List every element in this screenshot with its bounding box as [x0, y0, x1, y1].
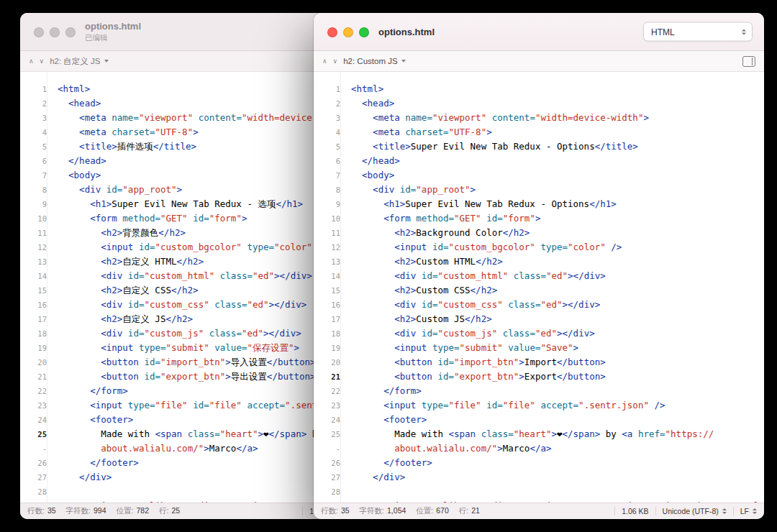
line-count: 行数:35 [321, 506, 350, 516]
char-count: 字符数:994 [66, 506, 106, 516]
code-text: <button id="export_btn">导出设置</button> [53, 370, 316, 384]
code-line[interactable]: 2 <head> [314, 96, 764, 111]
divider [655, 507, 656, 515]
next-symbol-button[interactable]: ∨ [333, 58, 338, 65]
code-line[interactable]: 26 </footer> [314, 456, 764, 470]
code-line[interactable]: 5 <title>Super Evil New Tab Redux - Opti… [314, 139, 764, 154]
line-number: 14 [20, 269, 53, 283]
code-line[interactable]: 19 <input type="submit" value="Save"> [314, 341, 764, 355]
line-number: 11 [314, 226, 346, 240]
code-line[interactable]: 4 <meta charset="UTF-8"> [314, 125, 764, 139]
file-size: 1.06 KB [622, 507, 648, 515]
code-line[interactable]: 8 <div id="app_root"> [314, 183, 764, 197]
stat-label: 行数: [321, 506, 338, 516]
line-number: 13 [20, 254, 53, 269]
code-text: <head> [346, 96, 394, 111]
code-line[interactable]: 27 </div> [314, 470, 764, 485]
code-line[interactable]: 18 <div id="custom_js" class="ed"></div> [314, 326, 764, 341]
line-number: 19 [20, 341, 53, 355]
code-line[interactable]: 13 <h2>Custom HTML</h2> [314, 254, 764, 269]
code-editor[interactable]: 1<html>2 <head>3 <meta name="viewport" c… [314, 72, 764, 503]
divider [733, 507, 734, 515]
code-text: <body> [346, 168, 394, 183]
status-counters: 行数:35 字符数:994 位置:782 行:25 [27, 506, 180, 516]
zoom-button[interactable] [359, 27, 369, 37]
outline-menu[interactable]: h2: 自定义 JS [50, 56, 108, 67]
line-ending-select[interactable]: LF [740, 507, 757, 515]
code-line[interactable]: 14 <div id="custom_html" class="ed"></di… [314, 269, 764, 283]
titlebar[interactable]: options.html HTML [314, 13, 764, 51]
code-line[interactable]: 21 <button id="export_btn">Export</butto… [314, 370, 764, 384]
split-editor-icon[interactable] [742, 56, 755, 67]
code-text: <button id="import_btn">导入设置</button> [53, 355, 316, 370]
code-line[interactable]: 9 <h1>Super Evil New Tab Redux - Options… [314, 197, 764, 211]
code-text: <div id="app_root"> [346, 183, 476, 197]
code-text: <div id="custom_js" class="ed"></div> [53, 326, 301, 341]
code-line[interactable]: 29 <script src="lib/ace-editor/ace.js" t… [314, 499, 764, 503]
code-line[interactable]: 17 <h2>Custom JS</h2> [314, 312, 764, 326]
zoom-button[interactable] [65, 27, 76, 37]
code-line[interactable]: 25 Made with <span class="heart">❤</span… [314, 427, 764, 441]
code-line[interactable]: 7 <body> [314, 168, 764, 183]
code-line[interactable]: - about.walialu.com/">Marco</a> [314, 441, 764, 456]
line-number: 4 [314, 125, 346, 139]
encoding-select[interactable]: Unicode (UTF-8) [663, 507, 727, 515]
outline-label: h2: 自定义 JS [50, 56, 100, 67]
code-text: <h2>Custom CSS</h2> [346, 283, 497, 298]
code-line[interactable]: 16 <div id="custom_css" class="ed"></div… [314, 298, 764, 312]
stat-label: 位置: [416, 506, 433, 516]
line-number: 18 [20, 326, 53, 341]
minimize-button[interactable] [343, 27, 353, 37]
line-number: - [20, 441, 53, 456]
line-number: 6 [314, 154, 346, 168]
line-number: 24 [20, 413, 53, 427]
code-line[interactable]: 24 <footer> [314, 413, 764, 427]
previous-symbol-button[interactable]: ∧ [322, 58, 327, 65]
previous-symbol-button[interactable]: ∧ [29, 58, 34, 65]
code-line[interactable]: 22 </form> [314, 384, 764, 398]
code-text: <button id="import_btn">Import</button> [346, 355, 606, 370]
code-line[interactable]: 1<html> [314, 82, 764, 96]
code-text: <script src="lib/ace-editor/ace.js" type… [346, 499, 764, 503]
code-text: about.walialu.com/">Marco</a> [346, 441, 552, 456]
close-button[interactable] [327, 27, 337, 37]
syntax-mode-select[interactable]: HTML [643, 22, 753, 42]
line-number: 27 [20, 470, 53, 485]
cursor-line: 行:25 [159, 506, 180, 516]
outline-menu[interactable]: h2: Custom JS [343, 57, 405, 65]
code-line[interactable]: 3 <meta name="viewport" content="width=d… [314, 111, 764, 125]
line-number: 24 [314, 413, 346, 427]
code-line[interactable]: 11 <h2>Background Color</h2> [314, 226, 764, 240]
code-line[interactable]: 28 [314, 485, 764, 499]
minimize-button[interactable] [50, 27, 60, 37]
line-number: 2 [314, 96, 346, 111]
line-number: 7 [20, 168, 53, 183]
code-text: <html> [346, 82, 383, 96]
code-line[interactable]: 15 <h2>Custom CSS</h2> [314, 283, 764, 298]
code-text: <div id="app_root"> [53, 183, 182, 197]
chevron-down-icon [401, 60, 406, 63]
code-text [53, 485, 58, 499]
line-number: 23 [20, 398, 53, 413]
code-text: <h2>自定义 HTML</h2> [53, 254, 204, 269]
line-number: 16 [314, 298, 346, 312]
code-text: </div> [346, 470, 405, 485]
close-button[interactable] [34, 27, 44, 37]
window-controls [34, 27, 76, 37]
code-line[interactable]: 6 </head> [314, 154, 764, 168]
stat-value: 994 [94, 506, 106, 516]
line-number: 22 [20, 384, 53, 398]
line-number: 3 [20, 111, 53, 125]
code-text: <footer> [53, 413, 133, 427]
code-line[interactable]: 10 <form method="GET" id="form"> [314, 211, 764, 226]
code-line[interactable]: 12 <input id="custom_bgcolor" type="colo… [314, 240, 764, 254]
line-number: 25 [314, 427, 346, 441]
stat-label: 行: [459, 506, 468, 516]
line-number: 17 [20, 312, 53, 326]
code-text: </footer> [346, 456, 432, 470]
cursor-position: 位置:670 [416, 506, 448, 516]
line-number: 21 [314, 370, 346, 384]
code-line[interactable]: 23 <input type="file" id="file" accept="… [314, 398, 764, 413]
next-symbol-button[interactable]: ∨ [40, 58, 45, 65]
code-line[interactable]: 20 <button id="import_btn">Import</butto… [314, 355, 764, 370]
